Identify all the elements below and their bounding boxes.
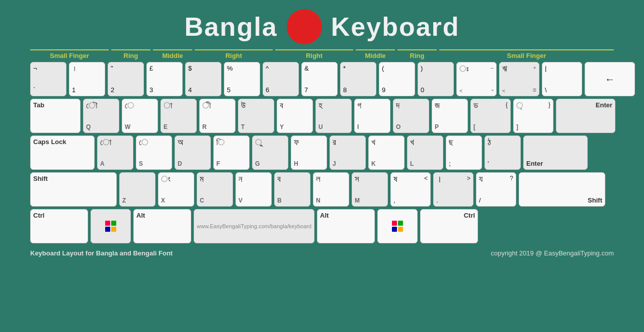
key-backspace[interactable]: ← — [585, 62, 635, 96]
windows-icon-right — [392, 221, 403, 232]
finger-label-ring-left: Ring — [111, 49, 150, 59]
key-u[interactable]: হ U — [315, 99, 352, 133]
key-capslock[interactable]: Caps Lock — [30, 136, 95, 170]
key-b[interactable]: ব B — [274, 172, 310, 207]
number-row: ¬ ` । 1 " 2 £ 3 $ 4 % 5 ^ 6 & 7 — [30, 62, 635, 96]
key-r[interactable]: ী R — [199, 99, 235, 133]
key-t[interactable]: উ T — [238, 99, 274, 133]
key-j[interactable]: র J — [330, 136, 366, 170]
key-o[interactable]: দ O — [393, 99, 429, 133]
key-y[interactable]: ব Y — [277, 99, 313, 133]
key-tab[interactable]: Tab — [30, 99, 80, 133]
key-close-bracket[interactable]: ়} ] — [513, 99, 553, 133]
key-q[interactable]: ৌ Q — [83, 99, 119, 133]
footer-right: copyright 2019 @ EasyBengaliTyping.com — [491, 249, 614, 257]
zxcv-row: Shift Z ং X ম C ন V ব B ল N স M — [30, 172, 605, 207]
finger-label-right-right: Right — [275, 49, 353, 59]
key-5[interactable]: % 5 — [224, 62, 260, 96]
title-left: Bangla — [184, 12, 277, 42]
windows-icon-left — [105, 221, 116, 232]
key-6[interactable]: ^ 6 — [263, 62, 299, 96]
key-shift-right[interactable]: Shift — [519, 172, 605, 207]
finger-label-ring-right: Ring — [397, 49, 437, 59]
key-win-right[interactable] — [377, 209, 418, 243]
finger-label-small-finger-right: Small Finger — [439, 49, 614, 59]
key-space[interactable]: www.EasyBengaliTyping.com/bangla/keyboar… — [194, 209, 314, 243]
space-url: www.EasyBengaliTyping.com/bangla/keyboar… — [197, 223, 311, 229]
key-alt-left[interactable]: Alt — [133, 209, 191, 243]
key-alt-right[interactable]: Alt — [317, 209, 375, 243]
key-equals[interactable]: ঋ+ <= — [499, 62, 539, 96]
key-8[interactable]: * 8 — [340, 62, 376, 96]
key-open-bracket[interactable]: ড{ [ — [470, 99, 511, 133]
title-right: Keyboard — [331, 12, 460, 42]
qwerty-row: Tab ৌ Q ে W া E ী R উ T ব Y হ U — [30, 99, 615, 133]
key-enter[interactable]: Enter — [556, 99, 615, 133]
key-7[interactable]: & 7 — [301, 62, 338, 96]
header: Bangla Keyboard — [0, 0, 644, 49]
key-c[interactable]: ম C — [197, 172, 233, 207]
key-4[interactable]: $ 4 — [185, 62, 221, 96]
key-enter-right[interactable]: Enter — [523, 136, 588, 170]
key-ctrl-left[interactable]: Ctrl — [30, 209, 88, 243]
key-backtick[interactable]: ¬ ` — [30, 62, 66, 96]
key-period[interactable]: ।> . — [433, 172, 473, 207]
bottom-row: Ctrl Alt www.EasyBengaliTyping.com/bangl… — [30, 209, 478, 243]
keyboard: ¬ ` । 1 " 2 £ 3 $ 4 % 5 ^ 6 & 7 — [0, 62, 644, 243]
key-apostrophe[interactable]: ঠ ' — [485, 136, 521, 170]
key-h[interactable]: ফ H — [291, 136, 327, 170]
asdf-row: Caps Lock ো A ে S অ D ি F ু G ফ H র J — [30, 136, 588, 170]
key-semicolon[interactable]: ছ ; — [446, 136, 482, 170]
key-i[interactable]: গ I — [354, 99, 390, 133]
key-ctrl-right[interactable]: Ctrl — [420, 209, 478, 243]
finger-label-right-left: Right — [195, 49, 273, 59]
finger-label-middle-right: Middle — [356, 49, 395, 59]
key-d[interactable]: অ D — [175, 136, 211, 170]
key-p[interactable]: জ P — [432, 99, 468, 133]
key-f[interactable]: ি F — [213, 136, 250, 170]
footer: Keyboard Layout for Bangla and Bengali F… — [0, 245, 644, 257]
key-3[interactable]: £ 3 — [146, 62, 183, 96]
key-a[interactable]: ো A — [97, 136, 133, 170]
finger-label-small-finger-left: Small Finger — [30, 49, 109, 59]
key-x[interactable]: ং X — [158, 172, 194, 207]
key-z[interactable]: Z — [119, 172, 155, 207]
finger-label-middle-left: Middle — [153, 49, 192, 59]
key-1[interactable]: । 1 — [69, 62, 105, 96]
bangladesh-flag-circle — [287, 9, 322, 44]
key-g[interactable]: ু G — [252, 136, 288, 170]
key-shift-left[interactable]: Shift — [30, 172, 117, 207]
key-w[interactable]: ে W — [122, 99, 158, 133]
key-2[interactable]: " 2 — [108, 62, 144, 96]
finger-labels: Small Finger Ring Middle Right Right Mid… — [0, 49, 644, 59]
key-backslash-top[interactable]: | \ — [542, 62, 582, 96]
key-slash[interactable]: য? / — [476, 172, 516, 207]
key-s[interactable]: ে S — [136, 136, 172, 170]
key-v[interactable]: ন V — [235, 172, 272, 207]
key-m[interactable]: স M — [352, 172, 388, 207]
key-n[interactable]: ল N — [313, 172, 349, 207]
key-l[interactable]: খ L — [407, 136, 443, 170]
key-k[interactable]: খ K — [368, 136, 405, 170]
key-9[interactable]: ( 9 — [379, 62, 415, 96]
key-win-left[interactable] — [91, 209, 131, 243]
key-comma[interactable]: ষ< , — [390, 172, 431, 207]
key-minus[interactable]: ঃ– <- — [456, 62, 497, 96]
footer-left: Keyboard Layout for Bangla and Bengali F… — [30, 249, 173, 257]
key-0[interactable]: ) 0 — [418, 62, 454, 96]
key-e[interactable]: া E — [160, 99, 197, 133]
